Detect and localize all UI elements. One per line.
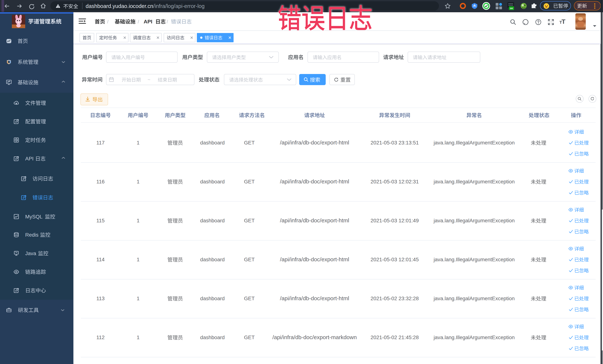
svg-text:on: on — [510, 7, 513, 10]
